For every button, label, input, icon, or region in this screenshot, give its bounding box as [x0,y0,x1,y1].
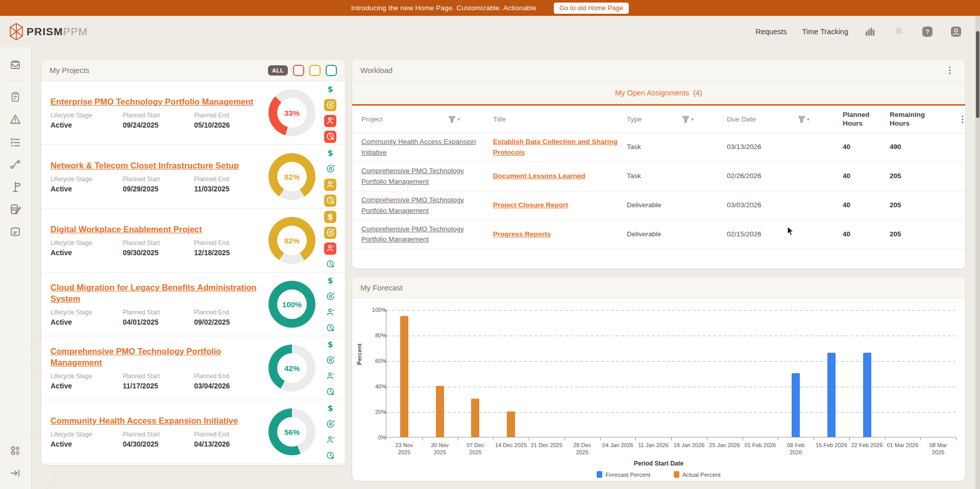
budget-health-icon[interactable]: $ [324,402,336,414]
nav-requests[interactable]: Requests [755,28,787,36]
budget-health-icon[interactable]: $ [324,147,336,159]
apps-gear-icon[interactable] [6,441,25,460]
chart-category-slot: 14 Dec 2025 [493,310,529,437]
chart-category-slot: 23 Nov 2025 [386,310,422,437]
resource-health-icon[interactable] [324,242,336,255]
assignment-project-link[interactable]: Comprehensive PMO Technology Portfolio M… [361,167,464,185]
assignment-title-link[interactable]: Project Closure Report [493,201,568,209]
scope-health-icon[interactable] [324,163,336,175]
x-tick-label: 04 Jan 2026 [600,442,636,449]
help-icon[interactable]: ? [921,25,934,38]
page-scrollbar[interactable] [975,16,980,489]
actual-percent-bar [400,316,408,437]
planned-start-value: 11/17/2025 [122,382,194,390]
x-tick-label: 28 Dec 2025 [565,442,600,456]
schedule-health-icon[interactable] [324,322,336,334]
schedule-health-icon[interactable] [324,450,336,462]
y-tick-label: 20% [358,409,386,415]
filter-teal-button[interactable] [326,65,337,76]
legend-forecast-percent: Forecast Percent [597,471,650,478]
inbox-tray-icon[interactable] [6,55,25,75]
scope-health-icon[interactable] [324,418,336,430]
assignment-remaining-hours: 490 [890,138,955,156]
profile-icon[interactable] [949,25,963,38]
lifecycle-stage-label: Lifecycle Stage [51,176,122,183]
percent-complete-donut: 82% [268,217,315,264]
chart-category-slot: 01 Mar 2026 [885,310,921,437]
resource-health-icon[interactable] [324,434,336,446]
resource-health-icon[interactable] [324,179,336,191]
assignment-type: Deliverable [627,226,727,243]
workload-header: Workload ⋮ [352,60,965,81]
scope-health-icon[interactable] [324,99,336,111]
id-card-icon[interactable] [6,222,25,241]
filter-all-button[interactable]: ALL [268,65,288,76]
warning-triangle-icon[interactable] [6,110,25,129]
tab-my-open-assignments[interactable]: My Open Assignments [615,89,689,97]
analytics-icon[interactable] [864,25,877,38]
scope-health-icon[interactable] [324,290,336,303]
schedule-health-icon[interactable] [324,258,336,271]
go-to-old-home-page-button[interactable]: Go to old Home Page [554,3,629,14]
x-tick-label: 22 Feb 2026 [849,442,885,449]
schedule-health-icon[interactable] [324,194,336,207]
assignment-row: Comprehensive PMO Technology Portfolio M… [352,191,965,221]
project-title-link[interactable]: Cloud Migration for Legacy Benefits Admi… [51,283,257,303]
assignment-due-date: 03/03/2026 [727,197,843,214]
project-title-link[interactable]: Network & Telecom Closet Infrastructure … [51,161,239,170]
book-edit-icon[interactable] [6,200,25,219]
scope-health-icon[interactable] [324,227,336,239]
planned-end-label: Planned End [194,239,265,247]
y-tick-label: 60% [358,358,386,364]
assignment-title-link[interactable]: Establish Data Collection and Sharing Pr… [493,138,618,156]
checklist-icon[interactable] [6,132,25,152]
budget-health-icon[interactable]: $ [324,211,336,223]
chart-category-slot: 15 Feb 2026 [814,310,849,437]
collapse-sidebar-icon[interactable] [6,463,25,483]
notifications-bell-icon[interactable] [892,25,905,38]
project-filter-button[interactable]: ▾ [448,116,460,123]
assignment-title-link[interactable]: Document Lessons Learned [493,172,585,180]
project-title-link[interactable]: Enterprise PMO Technology Portfolio Mana… [51,97,254,106]
due-date-filter-button[interactable]: ▾ [798,116,810,123]
budget-health-icon[interactable]: $ [324,275,336,287]
planned-start-label: Planned Start [122,112,194,119]
resource-health-icon[interactable] [324,370,336,382]
resource-health-icon[interactable] [324,115,336,127]
budget-health-icon[interactable]: $ [324,338,336,351]
route-x-icon[interactable] [6,155,25,174]
scrollbar-thumb[interactable] [976,31,979,118]
schedule-health-icon[interactable] [324,131,336,143]
workload-menu-kebab-icon[interactable]: ⋮ [942,64,957,77]
prism-logo-icon [9,23,23,40]
filter-red-button[interactable] [293,65,304,76]
clipboard-icon[interactable] [6,87,25,107]
scope-health-icon[interactable] [324,354,336,366]
health-indicator-column: $ [323,147,338,207]
assignment-project-link[interactable]: Comprehensive PMO Technology Portfolio M… [361,225,464,243]
budget-health-icon[interactable]: $ [324,83,336,95]
assignment-project-link[interactable]: Community Health Access Expansion Initia… [361,138,476,156]
filter-yellow-button[interactable] [309,65,321,76]
percent-complete-value: 42% [284,364,300,373]
assignment-planned-hours: 40 [843,167,890,185]
signpost-icon[interactable] [6,177,25,197]
project-card: Enterprise PMO Technology Portfolio Mana… [41,81,345,145]
chart-legend: Forecast Percent Actual Percent [352,471,965,478]
schedule-health-icon[interactable] [324,386,336,398]
project-title-link[interactable]: Digital Workplace Enablement Project [51,225,202,234]
assignment-project-link[interactable]: Comprehensive PMO Technology Portfolio M… [361,196,464,214]
type-filter-button[interactable]: ▾ [682,116,694,123]
resource-health-icon[interactable] [324,306,336,319]
planned-start-label: Planned Start [122,176,194,183]
assignment-title-link[interactable]: Progress Reports [493,230,551,238]
app-logo[interactable]: PRISMPPM [9,23,88,40]
project-title-link[interactable]: Comprehensive PMO Technology Portfolio M… [51,347,221,367]
table-menu-kebab-icon[interactable]: ⋮ [955,113,966,126]
nav-time-tracking[interactable]: Time Tracking [802,28,848,36]
project-title-link[interactable]: Community Health Access Expansion Initia… [51,416,238,425]
assignment-count-badge: (4) [693,89,702,97]
x-tick-label: 08 Mar 2026 [920,442,956,456]
workload-tabstrip: My Open Assignments (4) [352,81,965,106]
sidebar-divider [9,81,22,81]
